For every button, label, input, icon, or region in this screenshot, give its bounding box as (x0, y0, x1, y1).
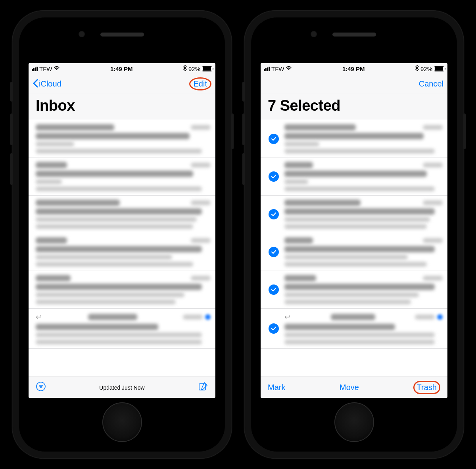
filter-icon[interactable] (36, 381, 46, 394)
power-button (231, 113, 234, 149)
phone-left: TFW 1:49 PM 92% (12, 10, 232, 459)
mail-body (36, 275, 211, 304)
compose-icon[interactable] (198, 381, 208, 394)
front-camera (79, 31, 85, 37)
mail-body (284, 237, 443, 267)
time-blur (423, 125, 443, 130)
select-checkbox[interactable] (268, 275, 280, 304)
mail-row[interactable] (261, 271, 447, 309)
mail-row[interactable]: ↩ (261, 309, 447, 349)
mail-row[interactable]: ↩ (29, 309, 215, 349)
wifi-icon (286, 65, 292, 72)
time-blur (191, 163, 211, 167)
mail-row[interactable] (261, 233, 447, 271)
preview-blur (36, 300, 176, 304)
time-blur (191, 276, 211, 281)
mail-row[interactable] (29, 158, 215, 196)
toolbar-status: Updated Just Now (46, 384, 198, 391)
battery-pct: 92% (188, 65, 200, 72)
sender-blur (284, 275, 316, 281)
select-checkbox[interactable] (268, 237, 280, 267)
signal-icon (32, 67, 38, 71)
back-button[interactable]: iCloud (33, 79, 61, 89)
mail-body (36, 200, 211, 229)
mail-row[interactable] (261, 196, 447, 233)
bluetooth-icon (415, 65, 419, 72)
subject-blur (36, 171, 193, 177)
checkmark-icon (269, 209, 279, 219)
time-blur (191, 200, 211, 205)
checkmark-icon (269, 323, 279, 334)
subject-blur (36, 284, 202, 290)
mark-button[interactable]: Mark (268, 383, 285, 392)
select-checkbox[interactable] (268, 124, 280, 154)
battery-icon (202, 66, 212, 71)
mail-body (36, 124, 211, 154)
mail-body (36, 237, 211, 267)
sender-blur (36, 237, 67, 244)
preview-blur (36, 292, 184, 297)
checkmark-icon (269, 134, 279, 144)
preview-blur (36, 186, 202, 191)
select-checkbox[interactable] (268, 200, 280, 229)
mail-row[interactable] (29, 233, 215, 271)
time-blur (423, 238, 443, 243)
mail-row[interactable] (29, 271, 215, 309)
power-button (463, 113, 466, 149)
status-time: 1:49 PM (110, 65, 133, 72)
cancel-button[interactable]: Cancel (419, 79, 443, 88)
status-time: 1:49 PM (342, 65, 365, 72)
mail-body (284, 200, 443, 229)
wifi-icon (54, 65, 60, 72)
mail-body: ↩ (36, 313, 211, 344)
status-dot-icon (205, 314, 211, 320)
time-blur (183, 315, 203, 319)
bluetooth-icon (183, 65, 187, 72)
sender-blur (284, 162, 313, 168)
preview-blur (36, 224, 193, 229)
home-button[interactable] (334, 402, 374, 442)
preview-blur (284, 224, 427, 229)
mail-row[interactable] (29, 196, 215, 233)
subject-blur (36, 324, 158, 330)
subject-blur (36, 133, 190, 139)
home-button[interactable] (102, 402, 142, 442)
preview-blur (36, 149, 202, 154)
trash-button[interactable]: Trash (417, 383, 437, 392)
mail-list[interactable]: ↩ (261, 120, 447, 377)
front-camera (311, 31, 317, 37)
mail-row[interactable] (261, 158, 447, 196)
checkmark-icon (269, 284, 279, 295)
preview-blur (36, 217, 197, 222)
reply-icon: ↩ (36, 313, 42, 321)
checkmark-icon (269, 171, 279, 182)
mail-row[interactable] (29, 120, 215, 158)
mail-list[interactable]: ↩ (29, 120, 215, 377)
mute-switch (242, 82, 245, 102)
checkmark-icon (269, 247, 279, 257)
battery-icon (434, 66, 444, 71)
toolbar: Updated Just Now (29, 377, 215, 398)
sender-blur (36, 162, 67, 168)
battery-pct: 92% (420, 65, 432, 72)
preview-blur (284, 149, 435, 154)
page-title: 7 Selected (268, 97, 440, 114)
select-checkbox[interactable] (268, 162, 280, 191)
sender-blur (36, 200, 120, 206)
preview-blur (284, 300, 411, 304)
phone-right: TFW 1:49 PM 92% Cancel (244, 10, 464, 459)
reply-icon: ↩ (284, 313, 290, 321)
edit-button[interactable]: Edit (194, 79, 207, 88)
time-blur (423, 200, 443, 205)
sender-blur (331, 314, 375, 320)
mail-row[interactable] (261, 120, 447, 158)
preview-blur (284, 255, 408, 259)
select-checkbox[interactable] (268, 313, 280, 344)
preview-blur (36, 255, 172, 259)
sender-blur (36, 124, 114, 131)
sender-blur (284, 124, 356, 131)
move-button[interactable]: Move (340, 383, 359, 392)
preview-blur (284, 142, 319, 146)
mute-switch (10, 82, 13, 102)
page-title: Inbox (36, 97, 208, 114)
